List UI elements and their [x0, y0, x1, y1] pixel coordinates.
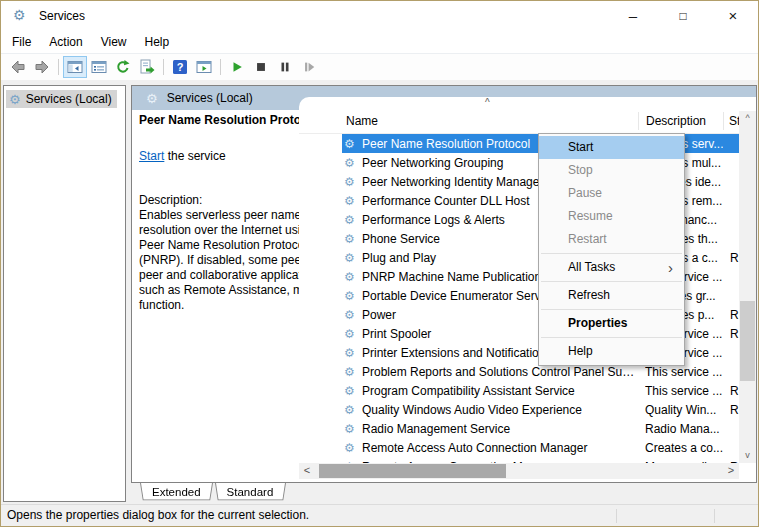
start-service-button[interactable] — [225, 56, 249, 78]
service-gear-icon: ⚙ — [344, 442, 360, 454]
service-status: Running — [730, 384, 739, 398]
context-menu-item-start[interactable]: Start — [539, 136, 684, 159]
close-button[interactable]: × — [708, 1, 758, 31]
minimize-button[interactable]: – — [608, 1, 658, 31]
column-divider[interactable] — [638, 112, 639, 130]
scroll-left-icon[interactable]: < — [299, 463, 315, 479]
column-divider[interactable] — [723, 112, 724, 130]
forward-button[interactable] — [30, 56, 54, 78]
action-pane-icon — [196, 59, 212, 75]
band-title: Services (Local) — [167, 91, 253, 105]
menu-help[interactable]: Help — [136, 32, 179, 52]
refresh-button[interactable] — [111, 56, 135, 78]
stop-service-button[interactable] — [249, 56, 273, 78]
show-hide-console-tree-button[interactable] — [63, 56, 87, 78]
context-menu-item-restart[interactable]: Restart — [539, 228, 684, 251]
menubar: FileActionViewHelp — [1, 31, 758, 53]
menu-separator — [541, 281, 682, 282]
service-gear-icon: ⚙ — [344, 328, 360, 340]
menu-file[interactable]: File — [3, 32, 40, 52]
tab-label: Extended — [152, 486, 201, 498]
console-tree-icon — [67, 59, 83, 75]
context-menu-item-refresh[interactable]: Refresh — [539, 284, 684, 307]
export-list-icon — [139, 59, 155, 75]
action-suffix: the service — [164, 149, 225, 163]
titlebar: ⚙ Services – □ × — [1, 1, 758, 31]
service-desc: Creates a co... — [645, 441, 723, 455]
pause-service-button[interactable] — [273, 56, 297, 78]
horizontal-scrollbar[interactable]: < > — [299, 463, 739, 479]
service-status: Running — [730, 251, 739, 265]
properties-button[interactable] — [87, 56, 111, 78]
scroll-right-icon[interactable]: > — [723, 463, 739, 479]
service-row[interactable]: ⚙Quality Windows Audio Video ExperienceQ… — [342, 400, 739, 419]
service-gear-icon: ⚙ — [344, 347, 360, 359]
window-title: Services — [39, 9, 85, 23]
show-hide-action-pane-button[interactable] — [192, 56, 216, 78]
service-gear-icon: ⚙ — [344, 195, 360, 207]
svg-text:?: ? — [177, 61, 184, 73]
restart-icon — [302, 60, 316, 74]
service-row[interactable]: ⚙Remote Access Auto Connection ManagerCr… — [342, 438, 739, 457]
menu-action[interactable]: Action — [40, 32, 91, 52]
back-button[interactable] — [6, 56, 30, 78]
statusbar-divider — [714, 509, 715, 523]
start-service-link[interactable]: Start — [139, 149, 164, 163]
column-header-name[interactable]: Name — [346, 114, 378, 128]
service-gear-icon: ⚙ — [344, 138, 360, 150]
restart-service-button[interactable] — [297, 56, 321, 78]
menu-view[interactable]: View — [92, 32, 136, 52]
window-controls: – □ × — [608, 1, 758, 31]
horizontal-scroll-thumb[interactable] — [319, 464, 506, 478]
service-gear-icon: ⚙ — [344, 233, 360, 245]
service-gear-icon: ⚙ — [344, 214, 360, 226]
toolbar: ? — [1, 53, 758, 81]
sort-ascending-icon: ^ — [485, 97, 490, 108]
toolbar-separator — [163, 59, 164, 75]
service-row[interactable]: ⚙Program Compatibility Assistant Service… — [342, 381, 739, 400]
export-list-button[interactable] — [135, 56, 159, 78]
refresh-icon — [115, 59, 131, 75]
column-header-description[interactable]: Description — [646, 114, 706, 128]
service-name: Quality Windows Audio Video Experience — [362, 403, 638, 417]
scroll-down-icon[interactable]: v — [739, 448, 756, 463]
tab-standard[interactable]: Standard — [220, 484, 281, 502]
service-name: Program Compatibility Assistant Service — [362, 384, 638, 398]
service-status: Running — [730, 403, 739, 417]
context-menu: StartStopPauseResumeRestartAll Tasks›Ref… — [538, 133, 685, 366]
context-menu-item-properties[interactable]: Properties — [539, 312, 684, 335]
context-menu-item-stop[interactable]: Stop — [539, 159, 684, 182]
vertical-scroll-thumb[interactable] — [740, 301, 755, 381]
scroll-up-icon[interactable]: ^ — [739, 111, 756, 126]
service-gear-icon: ⚙ — [344, 309, 360, 321]
submenu-arrow-icon: › — [668, 256, 673, 279]
service-gear-icon: ⚙ — [344, 366, 360, 378]
context-menu-item-help[interactable]: Help — [539, 340, 684, 363]
context-menu-item-all-tasks[interactable]: All Tasks› — [539, 256, 684, 279]
back-arrow-icon — [10, 59, 26, 75]
services-window: ⚙ Services – □ × FileActionViewHelp — [0, 0, 759, 527]
services-gear-icon: ⚙ — [13, 7, 26, 23]
service-status: Running — [730, 308, 739, 322]
service-gear-icon: ⚙ — [344, 157, 360, 169]
service-gear-icon: ⚙ — [344, 423, 360, 435]
tree-item-services-local[interactable]: ⚙ Services (Local) — [6, 90, 117, 108]
service-row[interactable]: ⚙Radio Management ServiceRadio Mana... — [342, 419, 739, 438]
context-menu-item-pause[interactable]: Pause — [539, 182, 684, 205]
tab-extended[interactable]: Extended — [145, 484, 208, 502]
service-gear-icon: ⚙ — [344, 404, 360, 416]
service-name: Problem Reports and Solutions Control Pa… — [362, 365, 638, 379]
pause-icon — [278, 60, 292, 74]
statusbar-divider — [616, 509, 617, 523]
service-gear-icon: ⚙ — [344, 176, 360, 188]
service-name: Radio Management Service — [362, 422, 638, 436]
service-gear-icon: ⚙ — [344, 290, 360, 302]
service-gear-icon: ⚙ — [344, 252, 360, 264]
maximize-button[interactable]: □ — [658, 1, 708, 31]
help-button[interactable]: ? — [168, 56, 192, 78]
service-status: Running — [730, 327, 739, 341]
context-menu-item-resume[interactable]: Resume — [539, 205, 684, 228]
service-desc: Radio Mana... — [645, 422, 723, 436]
service-name: Remote Access Auto Connection Manager — [362, 441, 638, 455]
vertical-scrollbar[interactable]: ^ v — [739, 111, 756, 463]
